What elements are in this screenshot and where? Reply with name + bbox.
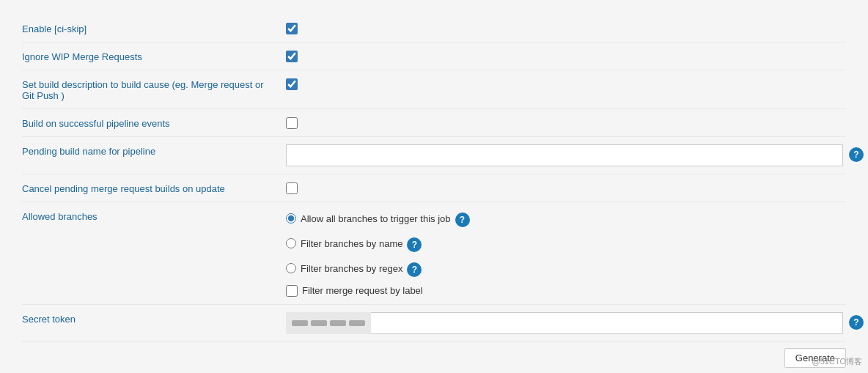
- ignore-wip-row: Ignore WIP Merge Requests: [22, 43, 846, 70]
- cancel-pending-control: [286, 182, 846, 194]
- secret-token-row: Secret token: [22, 305, 846, 342]
- build-description-row: Set build description to build cause (eg…: [22, 70, 846, 109]
- ignore-wip-label: Ignore WIP Merge Requests: [22, 50, 286, 62]
- filter-merge-label-checkbox[interactable]: [286, 285, 298, 297]
- pending-build-control: ?: [286, 144, 864, 166]
- filter-by-name-row: Filter branches by name ?: [286, 234, 470, 252]
- pending-build-row: Pending build name for pipeline ?: [22, 137, 846, 174]
- enable-ci-skip-control: [286, 22, 846, 34]
- cancel-pending-checkbox[interactable]: [286, 182, 298, 194]
- allow-all-help-icon[interactable]: ?: [455, 213, 470, 227]
- token-dot: [292, 320, 308, 326]
- ignore-wip-control: [286, 50, 846, 62]
- filter-by-name-radio[interactable]: [286, 238, 296, 248]
- filter-by-regex-radio[interactable]: [286, 263, 296, 273]
- ignore-wip-checkbox[interactable]: [286, 51, 298, 62]
- build-on-success-label: Build on successful pipeline events: [22, 117, 286, 129]
- allowed-branches-label: Allowed branches: [22, 210, 286, 222]
- allow-all-row: Allow all branches to trigger this job ?: [286, 210, 470, 227]
- enable-ci-skip-label: Enable [ci-skip]: [22, 22, 286, 34]
- pending-build-help-icon[interactable]: ?: [849, 147, 864, 162]
- filter-by-regex-help-icon[interactable]: ?: [407, 262, 422, 277]
- cancel-pending-label: Cancel pending merge request builds on u…: [22, 182, 286, 194]
- build-description-label: Set build description to build cause (eg…: [22, 78, 286, 101]
- filter-merge-label-row: Filter merge request by label: [286, 284, 470, 297]
- settings-form: Enable [ci-skip] Ignore WIP Merge Reques…: [0, 0, 868, 373]
- enable-ci-skip-checkbox[interactable]: [286, 23, 298, 34]
- filter-by-regex-row: Filter branches by regex ?: [286, 259, 470, 277]
- token-dots-1: [292, 320, 308, 326]
- build-description-checkbox[interactable]: [286, 78, 298, 90]
- pending-build-input[interactable]: [286, 144, 843, 166]
- token-masked-area: [286, 312, 371, 334]
- token-dots-2: [311, 320, 327, 326]
- watermark: @51CTO博客: [812, 356, 862, 367]
- allow-all-radio[interactable]: [286, 213, 296, 224]
- cancel-pending-row: Cancel pending merge request builds on u…: [22, 174, 846, 202]
- pending-build-label: Pending build name for pipeline: [22, 144, 286, 157]
- secret-token-input[interactable]: [371, 312, 843, 334]
- token-dots-3: [330, 320, 346, 326]
- filter-merge-label-label: Filter merge request by label: [302, 285, 423, 296]
- filter-by-name-label: Filter branches by name: [301, 238, 402, 249]
- filter-by-regex-label: Filter branches by regex: [301, 263, 402, 274]
- token-dot: [349, 320, 365, 326]
- enable-ci-skip-row: Enable [ci-skip]: [22, 15, 846, 43]
- token-dots-4: [349, 320, 365, 326]
- secret-token-label: Secret token: [22, 312, 286, 325]
- build-on-success-control: [286, 117, 846, 129]
- generate-button-row: Generate: [22, 342, 846, 373]
- allow-all-label: Allow all branches to trigger this job: [301, 213, 451, 224]
- token-dot: [330, 320, 346, 326]
- allowed-branches-control: Allow all branches to trigger this job ?…: [286, 210, 846, 297]
- build-on-success-checkbox[interactable]: [286, 117, 298, 129]
- filter-by-name-help-icon[interactable]: ?: [407, 237, 422, 252]
- build-description-control: [286, 78, 846, 90]
- secret-token-control: ?: [286, 312, 864, 334]
- token-dot: [311, 320, 327, 326]
- allowed-branches-radio-group: Allow all branches to trigger this job ?…: [286, 210, 470, 297]
- secret-token-area: [286, 312, 843, 334]
- allowed-branches-row: Allowed branches Allow all branches to t…: [22, 202, 846, 305]
- secret-token-help-icon[interactable]: ?: [849, 315, 864, 330]
- build-on-success-row: Build on successful pipeline events: [22, 109, 846, 137]
